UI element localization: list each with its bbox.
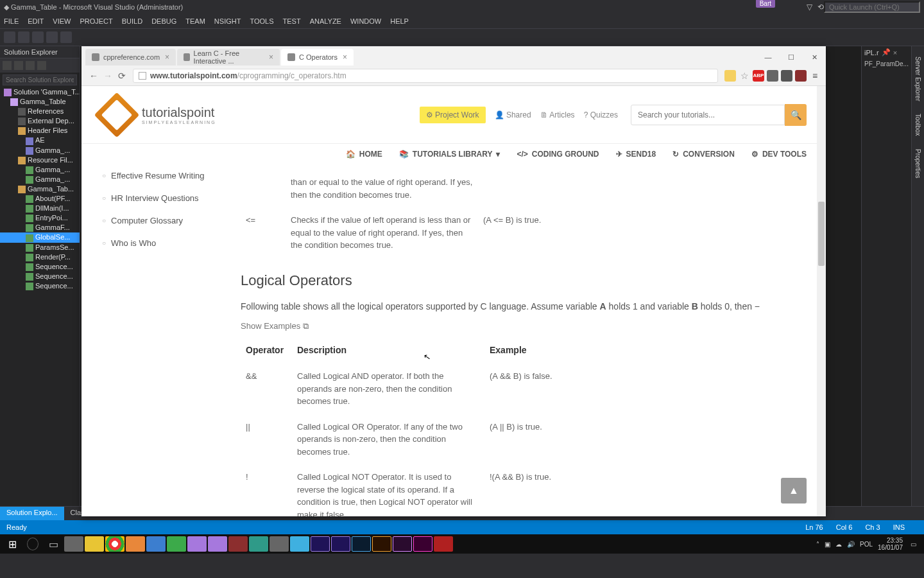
chrome-back-button[interactable]: ← xyxy=(87,69,101,83)
start-button[interactable]: ⊞ xyxy=(3,536,22,552)
ext-adblock-icon[interactable]: ABP xyxy=(753,70,764,82)
tray-lang[interactable]: POL xyxy=(860,541,873,548)
project-work-link[interactable]: ⚙ Project Work xyxy=(420,107,486,123)
chrome-tab-active[interactable]: C Operators× xyxy=(281,49,354,66)
menu-window[interactable]: WINDOW xyxy=(350,17,381,25)
tree-node[interactable]: Gamma_Tab... xyxy=(0,184,80,194)
taskbar-app-icon[interactable] xyxy=(290,536,309,552)
taskbar-pr-icon[interactable] xyxy=(393,536,412,552)
menu-test[interactable]: TEST xyxy=(283,17,301,25)
quizzes-link[interactable]: ? Quizzes xyxy=(584,110,618,119)
taskbar-app-icon[interactable] xyxy=(146,536,166,552)
se-home-icon[interactable] xyxy=(3,61,12,70)
tree-node[interactable]: ParamsSe... xyxy=(0,243,80,252)
tree-node[interactable]: Render(P... xyxy=(0,252,80,262)
tray-icon[interactable]: ▣ xyxy=(825,541,830,548)
taskbar-app-icon[interactable] xyxy=(249,536,268,552)
nav-conversion[interactable]: ↻ CONVERSION xyxy=(672,150,735,159)
shared-link[interactable]: 👤 Shared xyxy=(495,110,531,119)
system-tray[interactable]: ˄ ▣ ☁ 🔊 POL 23:35 16/01/07 ▭ xyxy=(816,537,921,551)
articles-link[interactable]: 🗎 Articles xyxy=(540,110,575,119)
page-scrollbar[interactable] xyxy=(817,86,826,516)
tree-node[interactable]: Gamma_... xyxy=(0,175,80,184)
tree-node[interactable]: EntryPoi... xyxy=(0,213,80,223)
editor-combo[interactable]: PF_ParamDe... xyxy=(862,58,911,69)
chrome-forward-button[interactable]: → xyxy=(101,69,115,83)
tp-logo[interactable]: tutorialspoint SIMPLYEASYLEARNING xyxy=(101,99,216,131)
side-tab-server-explorer[interactable]: Server Explorer xyxy=(913,54,923,103)
tray-onedrive-icon[interactable]: ☁ xyxy=(835,541,842,548)
vs-user-badge[interactable]: Bart xyxy=(756,0,775,8)
menu-build[interactable]: BUILD xyxy=(122,17,142,25)
menu-edit[interactable]: EDIT xyxy=(28,17,44,25)
tree-node[interactable]: Solution 'Gamma_T... xyxy=(0,87,80,97)
toolbar-save-icon[interactable] xyxy=(60,31,72,43)
menu-file[interactable]: FILE xyxy=(4,17,19,25)
chrome-tab[interactable]: Learn C - Free Interactive ...× xyxy=(177,49,280,66)
taskbar-explorer-icon[interactable] xyxy=(85,536,104,552)
taskbar-xd-icon[interactable] xyxy=(413,536,432,552)
tree-node[interactable]: Sequence... xyxy=(0,281,80,291)
tray-notifications-icon[interactable]: ▭ xyxy=(911,541,916,548)
chrome-tab[interactable]: cppreference.com× xyxy=(85,49,176,66)
se-collapse-icon[interactable] xyxy=(26,61,35,70)
editor-tab[interactable]: iPL.r📌× xyxy=(862,46,911,58)
tree-node[interactable]: AE xyxy=(0,136,80,145)
chrome-reload-button[interactable]: ⟳ xyxy=(115,69,129,83)
chrome-minimize-button[interactable]: — xyxy=(757,49,780,66)
taskbar-pdf-icon[interactable] xyxy=(434,536,453,552)
chrome-url-input[interactable]: www.tutorialspoint.com/cprogramming/c_op… xyxy=(133,69,718,83)
tree-node[interactable]: Gamma_... xyxy=(0,165,80,175)
toolbar-forward-icon[interactable] xyxy=(18,31,30,43)
toolbar-new-icon[interactable] xyxy=(32,31,44,43)
side-tab-properties[interactable]: Properties xyxy=(913,146,923,181)
tree-node[interactable]: Resource Fil... xyxy=(0,155,80,165)
nav-library[interactable]: 📚 TUTORIALS LIBRARY ▾ xyxy=(399,150,501,159)
menu-debug[interactable]: DEBUG xyxy=(151,17,176,25)
taskbar-app-icon[interactable] xyxy=(64,536,83,552)
menu-view[interactable]: VIEW xyxy=(53,17,71,25)
bottom-tab-solution-explorer[interactable]: Solution Explo... xyxy=(0,507,64,520)
sidebar-item[interactable]: Effective Resume Writing xyxy=(99,164,228,187)
toolbar-open-icon[interactable] xyxy=(46,31,58,43)
tray-volume-icon[interactable]: 🔊 xyxy=(847,541,855,548)
taskbar-vs-icon[interactable] xyxy=(187,536,207,552)
quick-launch-input[interactable] xyxy=(824,1,920,13)
ext-lightbulb-icon[interactable] xyxy=(724,70,736,82)
chrome-close-button[interactable]: ✕ xyxy=(803,49,826,66)
tree-node[interactable]: Sequence... xyxy=(0,272,80,281)
tree-node[interactable]: References xyxy=(0,107,80,116)
tp-search-button[interactable]: 🔍 xyxy=(785,104,807,126)
taskbar-ps-icon[interactable] xyxy=(352,536,371,552)
menu-help[interactable]: HELP xyxy=(390,17,409,25)
se-properties-icon[interactable] xyxy=(37,61,46,70)
taskbar-app-icon[interactable] xyxy=(167,536,186,552)
tree-node[interactable]: Gamma_... xyxy=(0,146,80,155)
scroll-to-top-button[interactable]: ▲ xyxy=(781,478,807,504)
menu-team[interactable]: TEAM xyxy=(185,17,205,25)
nav-devtools[interactable]: ⚙ DEV TOOLS xyxy=(751,150,807,159)
ext-icon[interactable] xyxy=(781,70,792,82)
tray-chevron-icon[interactable]: ˄ xyxy=(816,541,819,548)
page-info-icon[interactable] xyxy=(139,72,146,80)
taskbar-app-icon[interactable] xyxy=(126,536,145,552)
cortana-button[interactable] xyxy=(23,536,42,552)
tree-node[interactable]: About(PF... xyxy=(0,194,80,204)
close-icon[interactable]: × xyxy=(343,53,347,62)
sidebar-item[interactable]: Who is Who xyxy=(99,232,228,254)
menu-nsight[interactable]: NSIGHT xyxy=(214,17,241,25)
toolbar-back-icon[interactable] xyxy=(4,31,15,43)
taskbar-ai-icon[interactable] xyxy=(372,536,391,552)
solution-explorer-search[interactable] xyxy=(3,74,77,85)
taskbar-ae-icon[interactable] xyxy=(311,536,330,552)
taskbar-app-icon[interactable] xyxy=(270,536,289,552)
tree-node[interactable]: GlobalSe... xyxy=(0,232,80,242)
nav-coding-ground[interactable]: </> CODING GROUND xyxy=(517,150,599,159)
taskbar-ae-icon[interactable] xyxy=(331,536,350,552)
se-refresh-icon[interactable] xyxy=(14,61,23,70)
ext-icon[interactable] xyxy=(767,70,778,82)
taskbar-clock[interactable]: 23:35 16/01/07 xyxy=(878,537,905,551)
taskbar-app-icon[interactable] xyxy=(228,536,248,552)
tp-search-input[interactable] xyxy=(631,105,785,125)
chrome-maximize-button[interactable]: ☐ xyxy=(780,49,803,66)
